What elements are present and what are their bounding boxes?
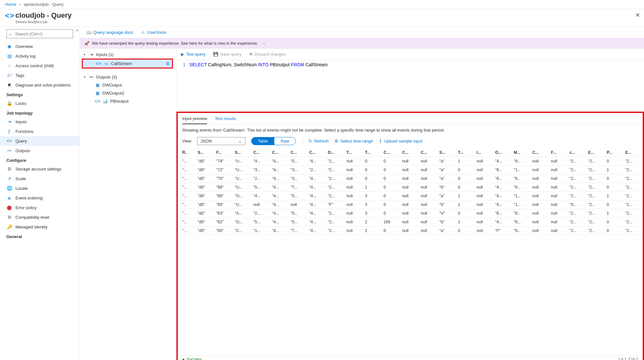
nav-search-input[interactable] xyxy=(6,29,73,38)
nav-item-query[interactable]: <>Query xyxy=(0,136,80,146)
col-header[interactable]: C... xyxy=(531,148,550,157)
col-header[interactable]: F... xyxy=(550,148,568,157)
col-header[interactable]: I... xyxy=(475,148,494,157)
cell: null xyxy=(550,226,568,235)
col-header[interactable]: C... xyxy=(308,148,327,157)
select-time-range-button[interactable]: ⚙Select time range xyxy=(335,139,373,143)
col-header[interactable]: F... xyxy=(215,148,234,157)
cell: null xyxy=(420,192,438,200)
nav-item-access-control-iam-[interactable]: ⛬Access control (IAM) xyxy=(0,61,80,70)
col-header[interactable]: R.. xyxy=(178,148,196,157)
col-header[interactable]: P... xyxy=(605,148,624,157)
col-header[interactable]: M... xyxy=(513,148,531,157)
output-item-label: DWOutput2 xyxy=(102,91,171,96)
col-header[interactable]: O... xyxy=(494,148,513,157)
nav-item-managed-identity[interactable]: 🔑Managed Identity xyxy=(0,222,80,232)
col-header[interactable]: C... xyxy=(401,148,420,157)
table-row[interactable]: "..."d0""66""G..."4..."4..."5..."4..."2.… xyxy=(178,192,643,200)
save-query-button[interactable]: 💾Save query xyxy=(213,52,242,57)
nav-item-error-policy[interactable]: ⬤Error policy xyxy=(0,203,80,212)
nav-item-event-ordering[interactable]: ≣Event ordering xyxy=(0,193,80,203)
output-item-pbioutput[interactable]: </>📊PBIoutput xyxy=(82,97,173,105)
cell: null xyxy=(475,209,494,218)
cell: null xyxy=(475,166,494,174)
inputs-group[interactable]: ▾ ⇥ Inputs (1) xyxy=(82,51,173,59)
close-button[interactable]: ✕ xyxy=(635,12,640,19)
col-header[interactable]: c... xyxy=(568,148,587,157)
toggle-table[interactable]: Table xyxy=(251,137,274,145)
col-header[interactable]: D... xyxy=(327,148,345,157)
cell: 3 xyxy=(364,192,383,200)
nav-group-general: General xyxy=(0,232,80,240)
table-row[interactable]: "..."d0""74""U..."4..."4..."5..."4..."2.… xyxy=(178,157,643,166)
test-query-button[interactable]: ▶Test query xyxy=(181,52,205,57)
save-icon: 💾 xyxy=(213,52,218,57)
col-header[interactable]: S... xyxy=(438,148,457,157)
col-header[interactable]: S... xyxy=(233,148,252,157)
cell: null xyxy=(345,157,364,166)
nav-item-overview[interactable]: ◉Overview xyxy=(0,42,80,51)
refresh-button[interactable]: ↻Refresh xyxy=(308,139,329,143)
document-icon[interactable]: 🗎 xyxy=(166,61,170,66)
nav-item-activity-log[interactable]: ▤Activity log xyxy=(0,51,80,61)
col-header[interactable]: E... xyxy=(624,148,643,157)
col-header[interactable]: T... xyxy=(364,148,383,157)
col-header[interactable]: C... xyxy=(252,148,271,157)
col-header[interactable]: E... xyxy=(587,148,606,157)
input-item-callstream[interactable]: </> ▭ CallStream 🗎 xyxy=(83,60,172,68)
nav-item-storage-account-settings[interactable]: ⚙Storage account settings xyxy=(0,164,80,174)
cell: "5... xyxy=(289,192,308,200)
cell: null xyxy=(420,200,438,209)
col-header[interactable]: T... xyxy=(345,148,364,157)
outputs-group[interactable]: ▾ ↦ Outputs (3) xyxy=(82,73,173,81)
cell: "2... xyxy=(327,174,345,183)
toggle-raw[interactable]: Raw xyxy=(274,137,296,145)
view-select[interactable]: JSON ⌄ xyxy=(197,137,245,145)
nav-item-scale[interactable]: ↗Scale xyxy=(0,174,80,183)
col-header[interactable]: C... xyxy=(420,148,438,157)
nav-item-tags[interactable]: 🏷Tags xyxy=(0,70,80,80)
table-row[interactable]: "..."d0""70""U..."2..."4..."3..."4..."2.… xyxy=(178,174,643,183)
cell: "2... xyxy=(252,209,271,218)
query-docs-link[interactable]: 📖Query language docs xyxy=(86,30,133,35)
nav-item-locale[interactable]: 🌐Locale xyxy=(0,183,80,193)
cell: "4... xyxy=(494,157,513,166)
discard-icon: ✖ xyxy=(249,52,253,57)
nav-item-inputs[interactable]: ⇥Inputs xyxy=(0,117,80,126)
table-row[interactable]: "..."d0""68""U..."5..."4..."7..."4..."2.… xyxy=(178,183,643,192)
col-header[interactable]: C... xyxy=(289,148,308,157)
cell: null xyxy=(531,226,550,235)
nav-item-compatibility-level[interactable]: ⚙Compatibility level xyxy=(0,212,80,222)
info-banner[interactable]: 🚀 We have revamped the query testing exp… xyxy=(80,38,644,49)
nav-item-functions[interactable]: ƒFunctions xyxy=(0,126,80,136)
col-header[interactable]: C... xyxy=(382,148,401,157)
col-header[interactable]: S... xyxy=(196,148,215,157)
query-editor[interactable]: 1 SELECT CallingNum, SwitchNum INTO PBIo… xyxy=(176,60,644,112)
table-row[interactable]: "..."d0""63""A..."2..."4..."5..."4..."2.… xyxy=(178,209,643,218)
nav-item-outputs[interactable]: ↦Outputs xyxy=(0,146,80,155)
output-item-dwoutput[interactable]: ▦DWOutput xyxy=(82,81,173,89)
tab-test-results[interactable]: Test results xyxy=(215,116,236,124)
table-row[interactable]: "..."d0""62""G..."5..."4..."5..."4..."2.… xyxy=(178,218,643,226)
sql-icon: ▦ xyxy=(95,83,100,88)
cell: "2... xyxy=(568,157,587,166)
output-item-dwoutput2[interactable]: ▦DWOutput2 xyxy=(82,89,173,97)
preview-grid[interactable]: R..S...F...S...C...C...C...C...D...T...T… xyxy=(178,148,643,355)
upload-sample-button[interactable]: ↥Upload sample input xyxy=(379,139,422,143)
uservoice-link[interactable]: ☺UserVoice xyxy=(141,30,166,35)
discard-button[interactable]: ✖Discard changes xyxy=(249,52,286,57)
table-row[interactable]: "..."d0""60""C..."1..."4..."7..."4..."2.… xyxy=(178,226,643,235)
breadcrumb-home[interactable]: Home xyxy=(5,2,16,7)
table-row[interactable]: "..."d0""65""U...null"4...null"4..."F"nu… xyxy=(178,200,643,209)
table-raw-toggle[interactable]: Table Raw xyxy=(251,137,296,145)
cell: null xyxy=(420,209,438,218)
query-code[interactable]: SELECT CallingNum, SwitchNum INTO PBIout… xyxy=(189,62,644,105)
nav-item-diagnose-and-solve-problems[interactable]: ✖Diagnose and solve problems xyxy=(0,80,80,90)
col-header[interactable]: T... xyxy=(457,148,475,157)
table-row[interactable]: "..."d0""72""U..."3..."4..."3..."2..."2.… xyxy=(178,166,643,174)
nav-item-locks[interactable]: 🔒Locks xyxy=(0,98,80,108)
col-header[interactable]: C... xyxy=(271,148,289,157)
cell: "2... xyxy=(587,183,606,192)
cell: 0 xyxy=(605,200,624,209)
tab-input-preview[interactable]: Input preview xyxy=(182,116,207,124)
